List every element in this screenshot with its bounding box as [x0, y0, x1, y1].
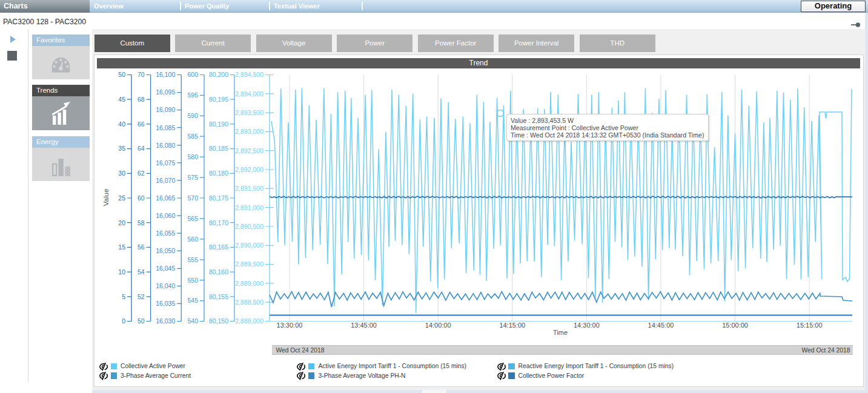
svg-text:16,060: 16,060	[156, 212, 175, 219]
svg-text:50: 50	[118, 71, 125, 78]
svg-text:54: 54	[137, 268, 145, 276]
svg-text:2,892,000: 2,892,000	[235, 166, 263, 173]
svg-text:575: 575	[187, 174, 198, 181]
svg-text:2,890,500: 2,890,500	[235, 223, 263, 230]
svg-text:16,045: 16,045	[156, 265, 175, 272]
svg-text:80,165: 80,165	[209, 243, 228, 251]
svg-text:585: 585	[187, 133, 198, 140]
svg-text:550: 550	[187, 277, 198, 284]
svg-text:2,894,000: 2,894,000	[235, 90, 263, 97]
svg-text:14:00:00: 14:00:00	[425, 322, 451, 329]
svg-text:580: 580	[187, 153, 198, 160]
svg-text:2,893,000: 2,893,000	[235, 128, 263, 135]
svg-text:80,170: 80,170	[209, 219, 228, 226]
svg-text:595: 595	[187, 91, 198, 99]
svg-text:80,200: 80,200	[209, 71, 228, 78]
svg-text:15: 15	[118, 243, 125, 251]
svg-text:16,070: 16,070	[156, 177, 175, 184]
svg-text:10: 10	[118, 268, 125, 276]
svg-text:0: 0	[122, 317, 125, 325]
svg-text:14:45:00: 14:45:00	[648, 322, 674, 329]
svg-text:16,075: 16,075	[156, 159, 175, 167]
svg-text:2,889,500: 2,889,500	[235, 260, 263, 268]
svg-text:56: 56	[137, 243, 145, 251]
svg-text:60: 60	[137, 194, 145, 202]
svg-text:5: 5	[122, 293, 125, 300]
svg-text:16,085: 16,085	[156, 124, 175, 131]
svg-text:16,050: 16,050	[156, 247, 175, 254]
svg-text:Time: Time	[553, 329, 568, 336]
svg-text:80,160: 80,160	[209, 268, 228, 276]
svg-text:2,888,000: 2,888,000	[235, 317, 263, 325]
svg-text:570: 570	[187, 194, 198, 202]
svg-text:16,030: 16,030	[156, 317, 175, 325]
svg-text:50: 50	[137, 317, 145, 325]
svg-text:80,190: 80,190	[209, 121, 228, 128]
svg-text:80,175: 80,175	[209, 194, 228, 202]
svg-text:2,891,500: 2,891,500	[235, 185, 263, 192]
svg-text:16,095: 16,095	[156, 88, 175, 96]
svg-text:545: 545	[187, 297, 198, 304]
svg-text:555: 555	[187, 256, 198, 263]
svg-text:40: 40	[118, 121, 125, 128]
svg-text:80,155: 80,155	[209, 293, 228, 300]
svg-text:80,180: 80,180	[209, 170, 228, 177]
svg-text:590: 590	[187, 112, 198, 119]
svg-text:15:00:00: 15:00:00	[722, 322, 748, 329]
svg-text:62: 62	[137, 170, 145, 177]
svg-text:16,080: 16,080	[156, 142, 175, 149]
svg-text:2,890,000: 2,890,000	[235, 242, 263, 249]
svg-text:16,065: 16,065	[156, 194, 175, 202]
svg-text:80,150: 80,150	[209, 317, 228, 325]
svg-text:70: 70	[137, 71, 145, 78]
svg-text:68: 68	[137, 96, 145, 103]
svg-text:540: 540	[187, 317, 198, 325]
svg-text:15:15:00: 15:15:00	[797, 322, 823, 329]
svg-text:30: 30	[118, 170, 125, 177]
svg-text:66: 66	[137, 121, 145, 128]
svg-text:20: 20	[118, 219, 125, 226]
svg-text:16,090: 16,090	[156, 106, 175, 113]
svg-text:13:30:00: 13:30:00	[277, 322, 303, 329]
svg-text:2,891,000: 2,891,000	[235, 204, 263, 211]
svg-text:80,185: 80,185	[209, 145, 228, 152]
svg-text:45: 45	[118, 96, 125, 103]
svg-text:16,035: 16,035	[156, 300, 175, 307]
svg-text:2,892,500: 2,892,500	[235, 147, 263, 154]
svg-text:80,195: 80,195	[209, 96, 228, 103]
svg-text:14:15:00: 14:15:00	[499, 322, 525, 329]
svg-text:58: 58	[137, 219, 145, 226]
svg-text:64: 64	[137, 145, 145, 152]
svg-text:52: 52	[137, 293, 145, 300]
svg-text:16,055: 16,055	[156, 230, 175, 237]
svg-text:2,893,500: 2,893,500	[235, 109, 263, 116]
svg-text:2,888,500: 2,888,500	[235, 299, 263, 306]
svg-text:560: 560	[187, 236, 198, 243]
svg-text:25: 25	[118, 194, 125, 202]
svg-text:600: 600	[187, 71, 198, 78]
svg-text:2,889,000: 2,889,000	[235, 280, 263, 287]
svg-text:35: 35	[118, 145, 125, 152]
svg-text:16,100: 16,100	[156, 71, 175, 78]
svg-text:2,894,500: 2,894,500	[235, 71, 263, 78]
svg-text:16,040: 16,040	[156, 282, 175, 289]
svg-text:565: 565	[187, 215, 198, 222]
svg-text:13:45:00: 13:45:00	[351, 322, 377, 329]
svg-text:14:30:00: 14:30:00	[574, 322, 600, 329]
